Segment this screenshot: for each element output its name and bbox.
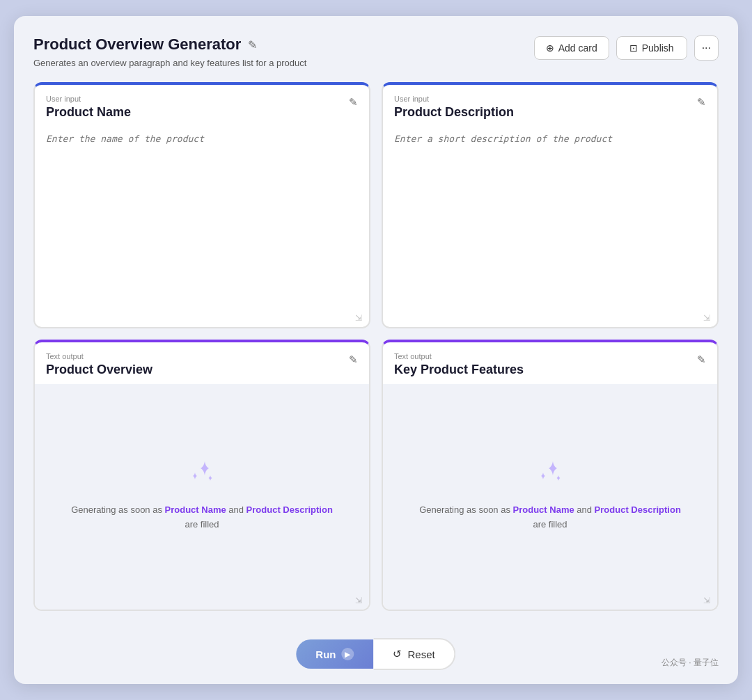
- card-key-features-body: Generating as soon as Product Name and P…: [383, 384, 717, 610]
- card-key-features-header: Text output Key Product Features ✎: [383, 342, 717, 384]
- output-content-overview: Generating as soon as Product Name and P…: [46, 390, 358, 598]
- card-product-overview: Text output Product Overview ✎ Generatin…: [33, 340, 370, 611]
- app-container: Product Overview Generator ✎ Generates a…: [14, 16, 738, 684]
- watermark: 公众号 · 量子位: [661, 657, 719, 669]
- sparkle-icon-overview: [185, 456, 219, 489]
- product-description-input[interactable]: [394, 132, 706, 313]
- resize-handle-4[interactable]: ⇲: [703, 596, 713, 605]
- resize-handle-3[interactable]: ⇲: [355, 596, 365, 605]
- generating-prefix-1: Generating as soon as: [71, 504, 164, 515]
- sparkle-icon-features: [533, 456, 567, 489]
- cards-grid: User input Product Name ✎ ⇲ User input P…: [33, 82, 719, 611]
- app-subtitle: Generates an overview paragraph and key …: [33, 58, 306, 68]
- reset-icon: ↺: [393, 648, 402, 660]
- add-card-label: Add card: [558, 42, 597, 54]
- card-product-description-edit-icon[interactable]: ✎: [697, 96, 706, 109]
- card-key-features-label-group: Text output Key Product Features: [394, 352, 524, 377]
- highlight-product-desc-1: Product Description: [246, 504, 333, 515]
- generating-middle-1: and: [226, 504, 246, 515]
- highlight-product-desc-2: Product Description: [595, 504, 681, 515]
- reset-button[interactable]: ↺ Reset: [373, 638, 455, 670]
- card-product-name: User input Product Name ✎ ⇲: [33, 82, 370, 328]
- add-card-button[interactable]: ⊕ Add card: [534, 36, 609, 60]
- card-key-features-title: Key Product Features: [394, 363, 524, 377]
- card-key-features-edit-icon[interactable]: ✎: [697, 353, 706, 366]
- generating-middle-2: and: [574, 504, 595, 515]
- output-content-features: Generating as soon as Product Name and P…: [394, 390, 706, 598]
- generating-text-overview: Generating as soon as Product Name and P…: [71, 503, 333, 532]
- card-product-overview-title: Product Overview: [46, 363, 152, 377]
- title-edit-icon[interactable]: ✎: [248, 38, 257, 51]
- card-product-description-body: [383, 127, 717, 327]
- publish-label: Publish: [642, 42, 674, 54]
- highlight-product-name-2: Product Name: [513, 504, 574, 515]
- generating-suffix-2: are filled: [533, 519, 567, 530]
- more-button[interactable]: ···: [694, 35, 719, 61]
- app-title: Product Overview Generator: [33, 35, 241, 54]
- card-product-name-label-group: User input Product Name: [46, 95, 131, 120]
- card-product-description-title: Product Description: [394, 105, 514, 120]
- card-key-features-type: Text output: [394, 352, 524, 360]
- card-product-name-body: [35, 127, 369, 327]
- product-name-input[interactable]: [46, 132, 358, 313]
- generating-suffix-1: are filled: [185, 519, 219, 530]
- run-button[interactable]: Run ▶: [296, 639, 373, 669]
- card-product-description: User input Product Description ✎ ⇲: [382, 82, 719, 328]
- run-label: Run: [315, 649, 336, 660]
- card-product-description-label-group: User input Product Description: [394, 95, 514, 120]
- generating-prefix-2: Generating as soon as: [419, 504, 512, 515]
- card-product-description-header: User input Product Description ✎: [383, 85, 717, 127]
- more-icon: ···: [702, 42, 711, 54]
- generating-text-features: Generating as soon as Product Name and P…: [419, 503, 681, 532]
- resize-handle-2[interactable]: ⇲: [703, 313, 713, 323]
- play-icon: ▶: [341, 648, 354, 660]
- title-row: Product Overview Generator ✎: [33, 35, 306, 54]
- card-product-name-edit-icon[interactable]: ✎: [349, 96, 358, 109]
- card-product-overview-type: Text output: [46, 352, 152, 360]
- card-product-overview-header: Text output Product Overview ✎: [35, 342, 369, 384]
- plus-circle-icon: ⊕: [546, 42, 554, 54]
- resize-handle[interactable]: ⇲: [355, 313, 365, 323]
- card-key-features: Text output Key Product Features ✎ Gener…: [382, 340, 719, 611]
- card-product-overview-label-group: Text output Product Overview: [46, 352, 152, 377]
- highlight-product-name-1: Product Name: [165, 504, 226, 515]
- card-product-overview-body: Generating as soon as Product Name and P…: [35, 384, 369, 610]
- card-product-name-header: User input Product Name ✎: [35, 85, 369, 127]
- bottom-bar: Run ▶ ↺ Reset: [296, 638, 455, 670]
- publish-icon: ⊡: [629, 42, 638, 54]
- header-actions: ⊕ Add card ⊡ Publish ···: [534, 35, 719, 61]
- publish-button[interactable]: ⊡ Publish: [616, 36, 687, 60]
- reset-label: Reset: [407, 649, 434, 660]
- card-product-name-title: Product Name: [46, 105, 131, 120]
- header: Product Overview Generator ✎ Generates a…: [33, 35, 719, 68]
- card-product-description-type: User input: [394, 95, 514, 103]
- watermark-text: 公众号 · 量子位: [661, 657, 719, 669]
- card-product-overview-edit-icon[interactable]: ✎: [349, 353, 358, 366]
- header-left: Product Overview Generator ✎ Generates a…: [33, 35, 306, 68]
- card-product-name-type: User input: [46, 95, 131, 103]
